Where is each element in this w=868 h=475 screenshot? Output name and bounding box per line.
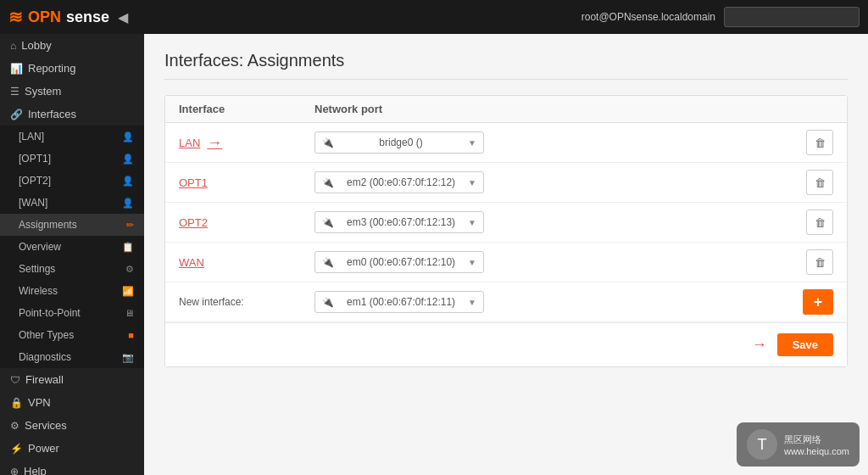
opt2-select-arrow-icon: ▼ — [468, 218, 476, 227]
lan-port-icon: 🔌 — [322, 137, 334, 148]
sidebar-item-power[interactable]: ⚡ Power — [0, 437, 144, 460]
sidebar-toggle-button[interactable]: ◀ — [118, 9, 128, 25]
opt2-port-select[interactable]: 🔌 em3 (00:e0:67:0f:12:13) ▼ — [314, 211, 484, 233]
sidebar-item-firewall[interactable]: 🛡 Firewall — [0, 368, 144, 391]
opt1-link-text: OPT1 — [179, 176, 208, 189]
sidebar-item-label-assignments: Assignments — [19, 219, 77, 231]
system-icon: ☰ — [10, 86, 19, 98]
brand: ≋ OPNsense — [8, 7, 109, 27]
sidebar-item-label-help: Help — [24, 465, 47, 475]
wan-interface-link[interactable]: WAN — [179, 256, 314, 269]
lan-arrow-indicator: → — [207, 134, 222, 152]
sidebar-item-help[interactable]: ⊕ Help — [0, 460, 144, 475]
sidebar-item-label-reporting: Reporting — [28, 62, 75, 75]
wan-delete-button[interactable]: 🗑 — [806, 249, 833, 275]
opt1-interface-link[interactable]: OPT1 — [179, 176, 314, 189]
table-row: LAN → 🔌 bridge0 () ▼ 🗑 — [165, 123, 847, 163]
lobby-icon: ⌂ — [10, 40, 16, 52]
wan-delete-icon: 🗑 — [815, 256, 826, 269]
sidebar-item-lobby[interactable]: ⌂ Lobby — [0, 34, 144, 57]
header-action — [782, 103, 833, 115]
sidebar-item-overview[interactable]: Overview 📋 — [0, 236, 144, 258]
sidebar-item-settings[interactable]: Settings ⚙ — [0, 258, 144, 280]
assignments-table: Interface Network port LAN → 🔌 bridge0 (… — [164, 95, 848, 367]
sidebar-item-label-power: Power — [28, 442, 59, 455]
opt1-port-wrapper: 🔌 em2 (00:e0:67:0f:12:12) ▼ — [314, 171, 806, 193]
new-port-value: em1 (00:e0:67:0f:12:11) — [347, 296, 455, 308]
table-header: Interface Network port — [165, 96, 847, 123]
sidebar: ⌂ Lobby 📊 Reporting ☰ System 🔗 Interface… — [0, 34, 144, 475]
search-input[interactable] — [724, 7, 860, 27]
opt2-delete-icon: 🗑 — [815, 216, 826, 229]
sidebar-item-wireless[interactable]: Wireless 📶 — [0, 280, 144, 302]
sidebar-item-label-overview: Overview — [19, 241, 61, 253]
settings-icon: ⚙ — [125, 264, 134, 275]
sidebar-item-reporting[interactable]: 📊 Reporting — [0, 57, 144, 80]
sidebar-item-assignments[interactable]: Assignments ✏ — [0, 214, 144, 236]
lan-port-value: bridge0 () — [379, 137, 422, 148]
navbar-right: root@OPNsense.localdomain — [581, 7, 860, 27]
sidebar-item-label-system: System — [25, 85, 61, 98]
lan-icon: 👤 — [122, 131, 134, 142]
sidebar-item-label-firewall: Firewall — [25, 373, 64, 386]
logged-in-user: root@OPNsense.localdomain — [581, 11, 715, 23]
sidebar-item-label-lan: [LAN] — [19, 131, 44, 142]
sidebar-item-label-wireless: Wireless — [19, 285, 58, 297]
sidebar-item-label-opt1: [OPT1] — [19, 153, 51, 165]
opt2-interface-link[interactable]: OPT2 — [179, 216, 314, 229]
table-row: OPT2 🔌 em3 (00:e0:67:0f:12:13) ▼ 🗑 — [165, 203, 847, 243]
new-interface-row: New interface: 🔌 em1 (00:e0:67:0f:12:11)… — [165, 282, 847, 322]
sidebar-item-other-types[interactable]: Other Types ■ — [0, 324, 144, 346]
opt2-icon: 👤 — [122, 176, 134, 187]
new-port-select[interactable]: 🔌 em1 (00:e0:67:0f:12:11) ▼ — [314, 291, 484, 313]
overview-icon: 📋 — [122, 242, 134, 253]
new-select-arrow-icon: ▼ — [468, 298, 476, 307]
page-title: Interfaces: Assignments — [164, 51, 848, 80]
new-port-wrapper: 🔌 em1 (00:e0:67:0f:12:11) ▼ — [314, 291, 803, 313]
wan-port-icon: 🔌 — [322, 257, 334, 268]
wireless-icon: 📶 — [122, 286, 134, 297]
opt1-port-value: em2 (00:e0:67:0f:12:12) — [347, 176, 455, 188]
add-interface-button[interactable]: + — [803, 289, 833, 315]
save-arrow-indicator: → — [752, 336, 767, 354]
lan-link-text: LAN — [179, 137, 200, 149]
other-types-icon: ■ — [128, 330, 134, 340]
lan-interface-link[interactable]: LAN → — [179, 134, 314, 152]
opt2-link-text: OPT2 — [179, 216, 208, 229]
lan-port-select[interactable]: 🔌 bridge0 () ▼ — [314, 131, 484, 154]
sidebar-item-vpn[interactable]: 🔒 VPN — [0, 391, 144, 414]
sidebar-item-opt1[interactable]: [OPT1] 👤 — [0, 148, 144, 170]
main-container: ⌂ Lobby 📊 Reporting ☰ System 🔗 Interface… — [0, 34, 868, 475]
sidebar-item-diagnostics[interactable]: Diagnostics 📷 — [0, 346, 144, 368]
interfaces-icon: 🔗 — [10, 109, 23, 120]
save-button[interactable]: Save — [777, 333, 833, 356]
sidebar-item-interfaces[interactable]: 🔗 Interfaces — [0, 103, 144, 126]
opt1-delete-icon: 🗑 — [815, 176, 826, 189]
opt2-port-icon: 🔌 — [322, 217, 334, 228]
lan-select-arrow-icon: ▼ — [468, 138, 476, 148]
wan-port-select[interactable]: 🔌 em0 (00:e0:67:0f:12:10) ▼ — [314, 251, 484, 273]
opt2-delete-button[interactable]: 🗑 — [806, 210, 833, 235]
sidebar-item-label-opt2: [OPT2] — [19, 175, 51, 187]
firewall-icon: 🛡 — [10, 374, 20, 386]
opt1-port-select[interactable]: 🔌 em2 (00:e0:67:0f:12:12) ▼ — [314, 171, 484, 193]
sidebar-item-lan[interactable]: [LAN] 👤 — [0, 126, 144, 148]
sidebar-item-services[interactable]: ⚙ Services — [0, 414, 144, 437]
brand-sense-text: sense — [66, 8, 109, 26]
sidebar-item-system[interactable]: ☰ System — [0, 80, 144, 103]
sidebar-item-label-interfaces: Interfaces — [28, 108, 76, 120]
interfaces-submenu: [LAN] 👤 [OPT1] 👤 [OPT2] 👤 [WAN] 👤 Assign… — [0, 126, 144, 368]
assignments-icon: ✏ — [126, 220, 134, 231]
wan-port-value: em0 (00:e0:67:0f:12:10) — [347, 256, 455, 268]
content-area: Interfaces: Assignments Interface Networ… — [144, 34, 868, 475]
sidebar-item-label-vpn: VPN — [28, 396, 51, 409]
sidebar-item-ptp[interactable]: Point-to-Point 🖥 — [0, 302, 144, 324]
opt1-select-arrow-icon: ▼ — [468, 178, 476, 187]
sidebar-item-wan[interactable]: [WAN] 👤 — [0, 192, 144, 214]
lan-delete-button[interactable]: 🗑 — [806, 130, 833, 155]
reporting-icon: 📊 — [10, 63, 23, 75]
sidebar-item-opt2[interactable]: [OPT2] 👤 — [0, 170, 144, 192]
wan-port-wrapper: 🔌 em0 (00:e0:67:0f:12:10) ▼ — [314, 251, 806, 273]
opt1-delete-button[interactable]: 🗑 — [806, 170, 833, 195]
help-icon: ⊕ — [10, 466, 19, 476]
